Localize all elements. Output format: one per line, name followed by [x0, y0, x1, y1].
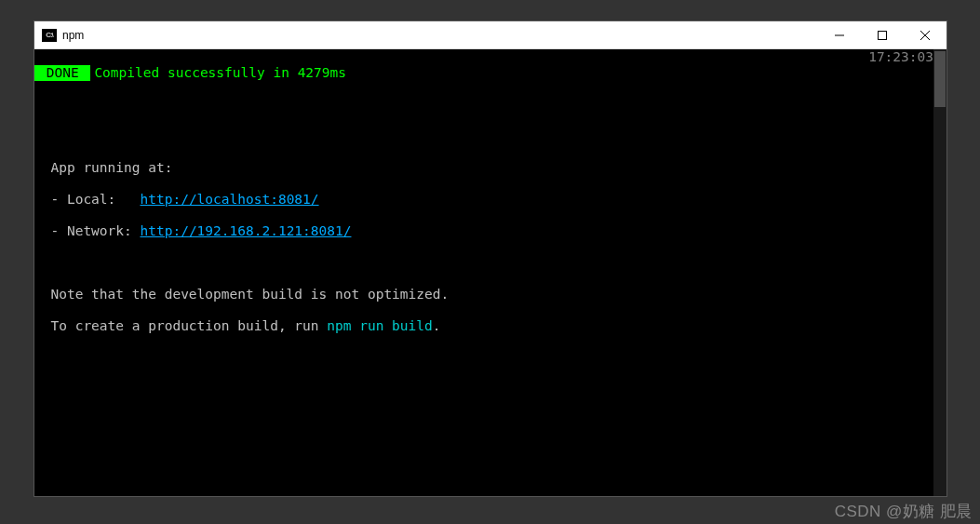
watermark: CSDN @奶糖 肥晨 — [835, 501, 973, 522]
scrollbar-thumb[interactable] — [934, 51, 946, 107]
maximize-button[interactable] — [861, 21, 904, 48]
local-label: - Local: — [34, 192, 141, 207]
build-note-suffix: . — [433, 318, 441, 333]
terminal-window: C:\ npm DONE Compiled successfully in 42… — [34, 20, 947, 497]
scrollbar-track[interactable] — [933, 49, 946, 496]
network-label: - Network: — [34, 223, 141, 238]
build-command: npm run build — [327, 318, 433, 333]
timestamp: 17:23:03 — [868, 49, 933, 65]
network-url-link[interactable]: http://192.168.2.121:8081/ — [141, 223, 352, 238]
window-controls — [818, 21, 946, 48]
svg-rect-1 — [879, 31, 887, 39]
local-url-link[interactable]: http://localhost:8081/ — [141, 192, 319, 207]
build-note-prefix: To create a production build, run — [34, 318, 327, 333]
compiled-message: Compiled successfully in 4279ms — [94, 65, 346, 81]
minimize-button[interactable] — [818, 21, 861, 48]
done-badge: DONE — [34, 65, 90, 81]
build-note: Note that the development build is not o… — [34, 287, 946, 302]
app-icon: C:\ — [42, 29, 57, 42]
titlebar[interactable]: C:\ npm — [34, 21, 946, 49]
window-title: npm — [62, 29, 818, 42]
close-button[interactable] — [904, 21, 946, 48]
terminal-body[interactable]: DONE Compiled successfully in 4279ms17:2… — [34, 49, 946, 496]
terminal-output: DONE Compiled successfully in 4279ms17:2… — [34, 49, 946, 366]
app-running-label: App running at: — [34, 160, 946, 176]
